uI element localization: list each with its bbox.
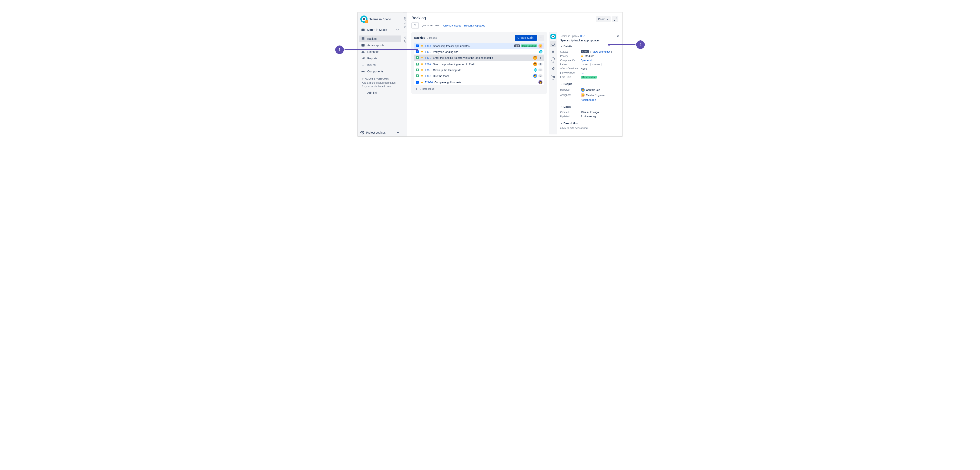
shortcuts-description: Add a link to useful information for you… xyxy=(362,81,399,88)
sidebar-item-label: Components xyxy=(367,70,383,73)
svg-rect-5 xyxy=(362,40,364,40)
issue-summary: Cleanup the landing site xyxy=(433,68,532,71)
version-lozenge[interactable]: 8.0 xyxy=(514,44,520,47)
people-section-toggle[interactable]: People xyxy=(560,83,619,86)
assignee-avatar[interactable]: 🧑 xyxy=(533,74,537,78)
status-value[interactable]: TO DO xyxy=(581,51,589,53)
issue-key[interactable]: TIS-4 xyxy=(425,63,431,66)
issue-row[interactable]: TIS-2Verify the landing site xyxy=(414,49,544,55)
svg-point-12 xyxy=(363,71,364,72)
toolbar: QUICK FILTERS: Only My Issues Recently U… xyxy=(411,22,619,29)
add-link-button[interactable]: Add link xyxy=(362,91,399,95)
create-sprint-button[interactable]: Create Sprint xyxy=(515,35,537,41)
sidebar-item-backlog[interactable]: Backlog xyxy=(359,35,401,42)
issue-row[interactable]: TIS-1Spaceship tracker app updates8.0Mar… xyxy=(414,43,544,49)
story-type-icon xyxy=(416,75,419,77)
epic-lozenge[interactable]: Mars Landing xyxy=(521,44,537,47)
epics-tab[interactable]: EPICS xyxy=(403,32,407,47)
page-title: Backlog xyxy=(411,16,426,21)
component-value[interactable]: Spaceship xyxy=(581,59,593,62)
detail-tab-comments[interactable]: 0 xyxy=(550,56,556,65)
issue-key[interactable]: TIS-1 xyxy=(425,44,431,48)
detail-tab-description[interactable] xyxy=(550,49,556,55)
filter-recently-updated[interactable]: Recently Updated xyxy=(464,24,485,27)
details-section: Details Status:TO DO (View Workflow) Pri… xyxy=(560,45,619,79)
issue-key[interactable]: TIS-3 xyxy=(425,56,431,59)
priority-medium-icon xyxy=(420,68,423,71)
create-issue-button[interactable]: Create issue xyxy=(414,85,544,91)
board-columns-icon xyxy=(361,43,365,47)
fullscreen-button[interactable] xyxy=(612,16,619,22)
svg-line-16 xyxy=(616,18,617,19)
board-selector[interactable]: Scrum in Space xyxy=(359,27,401,33)
description-section-toggle[interactable]: Description xyxy=(560,122,619,125)
sidebar-item-active-sprints[interactable]: Active sprints xyxy=(359,42,401,49)
sidebar-item-reports[interactable]: Reports xyxy=(359,55,401,62)
detail-more-button[interactable] xyxy=(611,34,615,38)
label-tag[interactable]: software xyxy=(590,63,601,66)
issue-key[interactable]: TIS-2 xyxy=(425,51,431,54)
issue-summary: Send the pre-landing report to Earth xyxy=(433,63,531,66)
vertical-tabs: VERSIONS EPICS xyxy=(403,13,407,137)
collapse-sidebar-icon[interactable] xyxy=(396,131,400,135)
main-body: Backlog 7 issues Create Sprint TIS-1Spac xyxy=(407,30,622,137)
assignee-avatar[interactable] xyxy=(534,68,537,71)
filter-only-my-issues[interactable]: Only My Issues xyxy=(443,24,461,27)
issue-row[interactable]: TIS-6Hire the team🧑5 xyxy=(414,73,544,79)
priority-value[interactable]: Medium xyxy=(585,54,594,57)
view-workflow-link[interactable]: View Workflow xyxy=(592,50,610,53)
svg-rect-46 xyxy=(553,76,555,78)
story-type-icon xyxy=(416,68,419,71)
chevron-down-icon xyxy=(560,83,562,85)
detail-project-icon[interactable] xyxy=(550,34,556,39)
detail-issue-title[interactable]: Spaceship tracker app updates xyxy=(560,39,619,42)
project-header[interactable]: Teams in Space xyxy=(358,13,403,26)
backlog-count: 7 issues xyxy=(427,36,437,40)
search-button[interactable] xyxy=(411,22,419,29)
assignee-value[interactable]: Master Engineer xyxy=(586,94,605,97)
issue-row[interactable]: TIS-4Send the pre-landing report to Eart… xyxy=(414,61,544,67)
detail-panel: 0 0 Teams in Space / TIS-1 Space xyxy=(549,32,622,135)
affects-value[interactable]: None xyxy=(581,67,619,70)
description-placeholder[interactable]: Click to add description xyxy=(560,127,619,130)
sidebar-item-components[interactable]: Components xyxy=(359,68,401,75)
fix-version-value[interactable]: 8.0 xyxy=(581,71,584,75)
detail-tab-details[interactable] xyxy=(550,41,556,47)
close-detail-button[interactable] xyxy=(616,34,619,38)
issue-key[interactable]: TIS-5 xyxy=(425,68,431,71)
reporter-avatar: 🧑 xyxy=(581,88,585,92)
detail-tab-subtasks[interactable]: 0 xyxy=(550,73,556,82)
assignee-avatar[interactable]: 👨 xyxy=(533,62,537,66)
align-left-icon xyxy=(551,50,555,54)
issue-row[interactable]: TIS-3Enter the landing trajectory into t… xyxy=(414,55,544,61)
detail-tab-attachments[interactable] xyxy=(550,66,556,72)
assignee-avatar[interactable]: 👩 xyxy=(538,80,542,84)
issue-key[interactable]: TIS-6 xyxy=(425,75,431,78)
issue-key[interactable]: TIS-10 xyxy=(425,81,433,84)
board-dropdown[interactable]: Board xyxy=(596,16,611,22)
project-settings-link[interactable]: Project settings xyxy=(360,131,386,135)
search-icon xyxy=(414,24,417,27)
reporter-label: Reporter: xyxy=(560,88,581,91)
assignee-avatar[interactable]: 👷 xyxy=(538,44,542,48)
assignee-avatar[interactable]: 👨 xyxy=(533,56,537,60)
svg-rect-6 xyxy=(361,44,364,46)
dates-section-toggle[interactable]: Dates xyxy=(560,105,619,108)
chevron-down-icon xyxy=(606,18,609,21)
sidebar-item-issues[interactable]: Issues xyxy=(359,62,401,68)
svg-point-48 xyxy=(613,36,614,37)
svg-point-20 xyxy=(540,38,541,38)
breadcrumb-issue-key[interactable]: TIS-1 xyxy=(580,35,585,38)
issue-row[interactable]: TIS-10Complete ignition tests👩 xyxy=(414,79,544,85)
epic-value[interactable]: Mars Landing xyxy=(581,76,597,79)
backlog-more-button[interactable] xyxy=(538,35,544,41)
details-section-toggle[interactable]: Details xyxy=(560,45,619,48)
callout-dot-1 xyxy=(416,49,418,51)
versions-tab[interactable]: VERSIONS xyxy=(403,13,407,32)
reporter-value[interactable]: Captain Joe xyxy=(586,88,600,91)
label-tag[interactable]: rocket xyxy=(581,63,589,66)
assign-to-me-link[interactable]: Assign to me xyxy=(581,98,596,102)
issue-row[interactable]: TIS-5Cleanup the landing site2 xyxy=(414,67,544,73)
assignee-avatar[interactable] xyxy=(539,50,542,54)
backlog-icon xyxy=(361,37,365,41)
